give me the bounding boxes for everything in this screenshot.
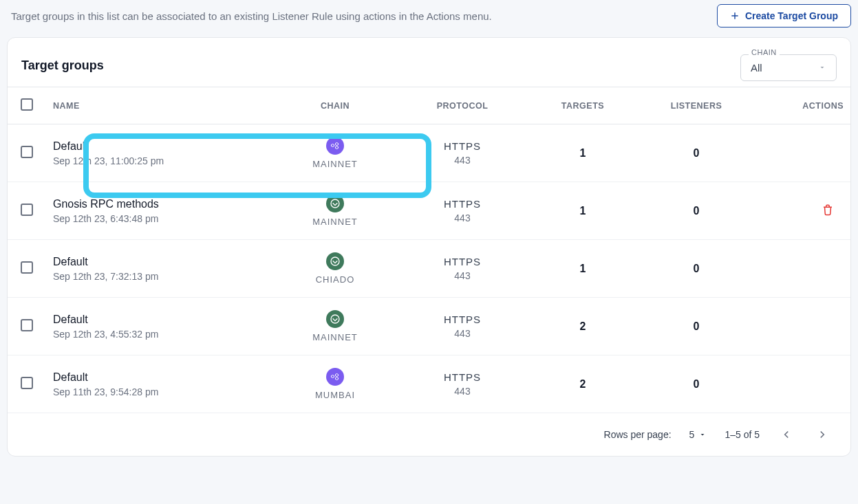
pagination-range: 1–5 of 5 (725, 429, 760, 440)
row-checkbox[interactable] (21, 319, 33, 331)
chain-label: MAINNET (312, 159, 358, 169)
chain-label: MAINNET (312, 332, 358, 342)
next-page-button[interactable] (813, 426, 831, 443)
row-date: Sep 12th 23, 4:55:32 pm (53, 329, 266, 340)
table-row[interactable]: DefaultSep 12th 23, 4:55:32 pmMAINNETHTT… (8, 298, 850, 355)
table-row[interactable]: DefaultSep 12th 23, 7:32:13 pmCHIADOHTTP… (8, 240, 850, 298)
chain-filter-value: All (751, 62, 762, 74)
col-chain[interactable]: CHAIN (273, 87, 397, 124)
col-protocol[interactable]: PROTOCOL (397, 87, 528, 124)
protocol-port: 443 (404, 270, 521, 281)
create-target-group-button[interactable]: Create Target Group (717, 4, 851, 28)
table-row[interactable]: DefaultSep 12th 23, 11:00:25 pmMAINNETHT… (8, 124, 850, 182)
protocol-name: HTTPS (404, 256, 521, 267)
listeners-count: 0 (638, 182, 755, 240)
delete-button[interactable] (822, 206, 834, 218)
protocol-name: HTTPS (404, 314, 521, 325)
gnosis-chain-icon (326, 252, 344, 270)
pagination: Rows per page: 5 1–5 of 5 (8, 413, 850, 456)
row-date: Sep 12th 23, 7:32:13 pm (53, 271, 266, 282)
chain-filter-select[interactable]: All (740, 54, 837, 81)
rows-per-page-select[interactable]: 5 (689, 429, 707, 440)
listeners-count: 0 (638, 355, 755, 413)
rows-per-page-label: Rows per page: (604, 429, 672, 440)
col-actions: ACTIONS (755, 87, 850, 124)
svg-point-2 (331, 315, 339, 323)
chain-label: MAINNET (312, 217, 358, 227)
select-all-checkbox[interactable] (21, 98, 33, 111)
targets-count: 2 (528, 355, 638, 413)
col-name[interactable]: NAME (46, 87, 273, 124)
caret-down-icon (698, 430, 707, 439)
target-groups-card: Target groups CHAIN All NAME (7, 37, 851, 457)
targets-count: 1 (528, 240, 638, 298)
gnosis-chain-icon (326, 310, 344, 328)
row-date: Sep 11th 23, 9:54:28 pm (53, 386, 266, 397)
targets-count: 1 (528, 124, 638, 182)
chain-label: CHIADO (316, 274, 355, 285)
rows-per-page-value: 5 (689, 429, 695, 440)
targets-count: 2 (528, 298, 638, 355)
targets-count: 1 (528, 182, 638, 240)
row-date: Sep 12th 23, 11:00:25 pm (53, 155, 266, 166)
row-name: Gnosis RPC methods (53, 198, 266, 210)
row-name: Default (53, 256, 266, 268)
row-checkbox[interactable] (21, 146, 33, 158)
row-checkbox[interactable] (21, 377, 33, 389)
row-checkbox[interactable] (21, 204, 33, 216)
col-targets[interactable]: TARGETS (528, 87, 638, 124)
row-name: Default (53, 371, 266, 384)
row-name: Default (53, 140, 266, 153)
listeners-count: 0 (638, 240, 755, 298)
card-title: Target groups (21, 58, 104, 73)
col-listeners[interactable]: LISTENERS (638, 87, 755, 124)
gnosis-chain-icon (326, 195, 344, 212)
table-row[interactable]: Gnosis RPC methodsSep 12th 23, 6:43:48 p… (8, 182, 850, 240)
svg-point-1 (331, 257, 339, 265)
listeners-count: 0 (638, 124, 755, 182)
protocol-name: HTTPS (404, 198, 521, 210)
row-checkbox[interactable] (21, 261, 33, 274)
hint-text: Target groups in this list can be associ… (11, 10, 492, 22)
create-target-group-label: Create Target Group (745, 10, 838, 21)
protocol-port: 443 (404, 212, 521, 223)
table-row[interactable]: DefaultSep 11th 23, 9:54:28 pmMUMBAIHTTP… (8, 355, 850, 413)
caret-down-icon (818, 62, 826, 74)
chain-filter-legend: CHAIN (749, 48, 780, 56)
chain-label: MUMBAI (315, 390, 355, 400)
protocol-port: 443 (404, 155, 521, 166)
row-name: Default (53, 314, 266, 326)
row-date: Sep 12th 23, 6:43:48 pm (53, 213, 266, 224)
svg-point-0 (331, 199, 339, 208)
polygon-chain-icon (326, 137, 344, 155)
protocol-port: 443 (404, 328, 521, 339)
protocol-port: 443 (404, 386, 521, 397)
plus-icon (730, 11, 740, 21)
prev-page-button[interactable] (777, 426, 795, 443)
protocol-name: HTTPS (404, 140, 521, 152)
listeners-count: 0 (638, 298, 755, 355)
polygon-chain-icon (326, 368, 344, 386)
target-groups-table: NAME CHAIN PROTOCOL TARGETS LISTENERS AC… (8, 87, 850, 413)
protocol-name: HTTPS (404, 371, 521, 383)
